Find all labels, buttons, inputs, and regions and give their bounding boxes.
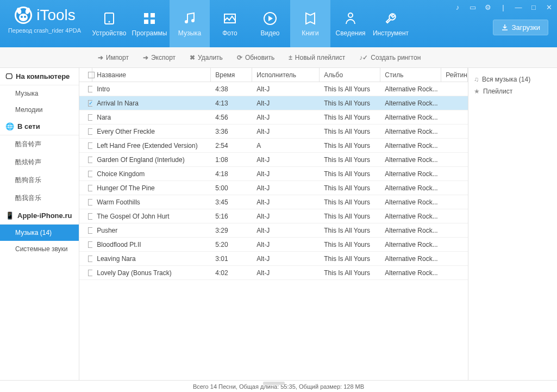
sidebar-section[interactable]: 🖵На компьютере: [0, 68, 79, 85]
music-tray-icon[interactable]: ♪: [453, 2, 462, 12]
sidebar-right: ♫Вся музыка (14)★Плейлист: [468, 68, 557, 380]
sidebar-item[interactable]: 酷炫铃声: [0, 153, 79, 171]
table-row[interactable]: Leaving Nara 3:01 Alt-J This Is All Your…: [79, 252, 468, 266]
table-row[interactable]: Left Hand Free (Extended Version) 2:54 A…: [79, 139, 468, 153]
col-time[interactable]: Время: [211, 68, 252, 82]
info-icon: [343, 11, 358, 26]
col-style[interactable]: Стиль: [380, 68, 441, 82]
cell-name: Lovely Day (Bonus Track): [92, 269, 211, 277]
cell-time: 3:45: [211, 198, 252, 206]
download-icon: [501, 24, 509, 32]
cell-time: 5:00: [211, 184, 252, 192]
row-checkbox[interactable]: [79, 241, 92, 248]
row-checkbox[interactable]: [79, 100, 92, 107]
col-name[interactable]: Название: [92, 68, 211, 82]
sidebar-item[interactable]: Музыка: [0, 85, 79, 102]
cell-time: 4:02: [211, 269, 252, 277]
nav-info[interactable]: Сведения: [330, 0, 371, 47]
table-row[interactable]: Choice Kingdom 4:18 Alt-J This Is All Yo…: [79, 167, 468, 181]
col-rating[interactable]: Рейтин: [441, 68, 468, 82]
nav-photo[interactable]: Фото: [210, 0, 250, 47]
import-icon: ➜: [98, 54, 103, 61]
sidebar-item[interactable]: 酷狗音乐: [0, 171, 79, 189]
table-row[interactable]: Warm Foothills 3:45 Alt-J This Is All Yo…: [79, 195, 468, 209]
row-checkbox[interactable]: [79, 157, 92, 163]
tool-delete[interactable]: ✖Удалить: [184, 52, 228, 64]
cell-time: 3:01: [211, 255, 252, 263]
cell-name: Choice Kingdom: [92, 170, 211, 178]
col-album[interactable]: Альбо: [320, 68, 380, 82]
cell-style: Alternative Rock...: [380, 114, 441, 121]
table-row[interactable]: Hunger Of The Pine 5:00 Alt-J This Is Al…: [79, 181, 468, 195]
sidebar-item[interactable]: 酷我音乐: [0, 189, 79, 207]
sidebar-section[interactable]: 🌐В сети: [0, 118, 79, 135]
ringtone-icon: ♪✓: [359, 54, 368, 61]
table-row[interactable]: Intro 4:38 Alt-J This Is All Yours Alter…: [79, 82, 468, 96]
cell-artist: Alt-J: [252, 156, 320, 164]
maximize-button[interactable]: □: [529, 2, 539, 12]
tool-import[interactable]: ➜Импорт: [92, 52, 134, 64]
table-row[interactable]: Every Other Freckle 3:36 Alt-J This Is A…: [79, 125, 468, 139]
tool-refresh[interactable]: ⟳Обновить: [231, 52, 280, 64]
cell-artist: Alt-J: [252, 255, 320, 263]
col-checkbox[interactable]: [79, 68, 92, 82]
apps-icon: [142, 11, 157, 26]
sidebar-section[interactable]: 📱Apple-iPhone.ru: [0, 207, 79, 225]
tool-ringtone[interactable]: ♪✓Создать рингтон: [354, 52, 426, 64]
nav-books[interactable]: Книги: [290, 0, 330, 47]
cell-name: The Gospel Of John Hurt: [92, 213, 211, 220]
row-checkbox[interactable]: [79, 114, 92, 121]
screen-icon[interactable]: ▭: [468, 2, 478, 12]
sidebar-item[interactable]: 酷音铃声: [0, 135, 79, 153]
sidebar-item[interactable]: Мелодии: [0, 102, 79, 118]
nav-video[interactable]: Видео: [250, 0, 290, 47]
row-checkbox[interactable]: [79, 270, 92, 276]
row-checkbox[interactable]: [79, 128, 92, 135]
nav-device[interactable]: Устройство: [89, 0, 129, 47]
delete-icon: ✖: [190, 54, 195, 61]
cell-artist: Alt-J: [252, 213, 320, 220]
row-checkbox[interactable]: [79, 256, 92, 262]
row-checkbox[interactable]: [79, 142, 92, 149]
cell-name: Arrival In Nara: [92, 99, 211, 107]
app-header: iTools Перевод crash_rider 4PDA Устройст…: [0, 0, 557, 47]
svg-point-13: [185, 20, 188, 23]
cell-style: Alternative Rock...: [380, 269, 441, 277]
logo-block: iTools Перевод crash_rider 4PDA: [0, 0, 89, 36]
col-artist[interactable]: Исполнитель: [252, 68, 320, 82]
right-sidebar-item[interactable]: ★Плейлист: [473, 85, 553, 97]
nav-music[interactable]: Музыка: [170, 0, 210, 47]
close-button[interactable]: ✕: [544, 2, 554, 12]
table-row[interactable]: Garden Of England (Interlude) 1:08 Alt-J…: [79, 153, 468, 167]
row-checkbox[interactable]: [79, 213, 92, 220]
horizontal-scrollbar[interactable]: [91, 382, 456, 386]
table-row[interactable]: Lovely Day (Bonus Track) 4:02 Alt-J This…: [79, 266, 468, 280]
settings-icon[interactable]: ⚙: [483, 2, 493, 12]
app-subtitle: Перевод crash_rider 4PDA: [8, 27, 81, 34]
tool-export[interactable]: ➜Экспорт: [137, 52, 181, 64]
sidebar-item[interactable]: Системные звуки: [0, 241, 79, 257]
tool-newlist[interactable]: ±Новый плейлист: [283, 52, 351, 64]
cell-artist: Alt-J: [252, 184, 320, 192]
nav-tools[interactable]: Инструмент: [371, 0, 411, 47]
row-checkbox[interactable]: [79, 171, 92, 177]
cell-artist: A: [252, 142, 320, 150]
nav-apps[interactable]: Программы: [129, 0, 170, 47]
video-icon: [262, 11, 278, 26]
table-row[interactable]: Pusher 3:29 Alt-J This Is All Yours Alte…: [79, 223, 468, 238]
downloads-button[interactable]: Загрузки: [493, 20, 548, 35]
sidebar-item[interactable]: Музыка (14): [0, 225, 79, 241]
row-checkbox[interactable]: [79, 199, 92, 206]
row-checkbox[interactable]: [79, 227, 92, 234]
cell-style: Alternative Rock...: [380, 227, 441, 234]
cell-name: Garden Of England (Interlude): [92, 156, 211, 164]
minimize-button[interactable]: —: [514, 2, 523, 12]
row-checkbox[interactable]: [79, 185, 92, 191]
table-row[interactable]: Bloodflood Pt.II 5:20 Alt-J This Is All …: [79, 238, 468, 252]
table-row[interactable]: The Gospel Of John Hurt 5:16 Alt-J This …: [79, 209, 468, 223]
table-row[interactable]: Nara 4:56 Alt-J This Is All Yours Altern…: [79, 110, 468, 125]
row-checkbox[interactable]: [79, 86, 92, 92]
cell-album: This Is All Yours: [320, 156, 380, 164]
right-sidebar-item[interactable]: ♫Вся музыка (14): [473, 73, 553, 85]
table-row[interactable]: Arrival In Nara 4:13 Alt-J This Is All Y…: [79, 96, 468, 110]
